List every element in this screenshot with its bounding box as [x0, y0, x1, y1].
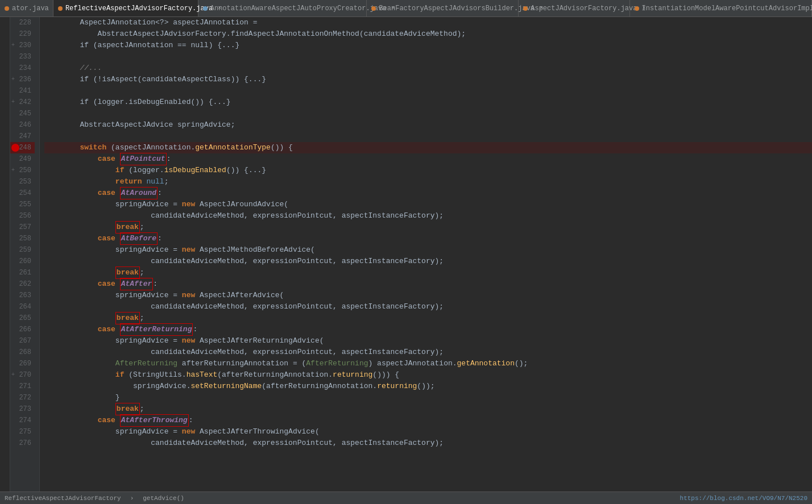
code-line-257: break;: [44, 222, 812, 233]
code-line-236: if (!isAspect(candidateAspectClass)) {..…: [44, 74, 812, 85]
code-text: :: [158, 233, 162, 244]
keyword: case: [98, 153, 115, 165]
tab-label-tab3: AnnotationAwareAspectJAutoProxyCreator.j…: [210, 5, 387, 13]
break-keyword: break: [115, 266, 140, 279]
keyword: case: [98, 324, 115, 335]
tab-tab5[interactable]: AspectJAdvisorFactory.java×: [519, 0, 629, 16]
fold-arrow-270[interactable]: +: [11, 369, 15, 381]
line-number-253: 253: [10, 176, 35, 188]
keyword: new: [182, 335, 195, 347]
code-line-255: springAdvice = new AspectJAroundAdvice(: [44, 199, 812, 210]
status-url: https://blog.csdn.net/VO9/N7/N2520: [680, 495, 807, 502]
line-number-234: 234: [10, 63, 35, 74]
line-number-274: 274: [10, 415, 35, 426]
code-text: (StringUtils.: [124, 369, 186, 381]
code-line-264: candidateAdviceMethod, expressionPointcu…: [44, 301, 812, 313]
line-number-248: 248: [10, 142, 35, 153]
keyword: new: [182, 199, 195, 210]
tab-tab4[interactable]: BeanFactoryAspectJAdvisorsBuilder.java×: [367, 0, 519, 16]
line-number-261: 261: [10, 267, 35, 278]
keyword: case: [98, 233, 115, 244]
line-number-263: 263: [10, 290, 35, 301]
fold-arrow-242[interactable]: +: [11, 97, 15, 108]
break-keyword: break: [115, 312, 140, 324]
code-text: springAdvice.: [133, 381, 190, 392]
line-number-230: +230: [10, 40, 35, 51]
code-text: springAdvice =: [115, 244, 182, 256]
annotation-atafterreturning: AtAfterReturning: [120, 323, 193, 336]
line-number-250: +250: [10, 165, 35, 176]
code-line-272: }: [44, 392, 812, 403]
method-call: hasText: [187, 369, 218, 381]
tab-label-tab5: AspectJAdvisorFactory.java: [531, 5, 637, 13]
code-line-270: if (StringUtils.hasText(afterReturningAn…: [44, 369, 812, 381]
code-text: }: [44, 392, 120, 403]
fold-arrow-230[interactable]: +: [11, 40, 15, 51]
tab-tab3[interactable]: AnnotationAwareAspectJAutoProxyCreator.j…: [198, 0, 367, 16]
code-line-254: case AtAround:: [44, 188, 812, 199]
tab-bar: ator.java×ReflectiveAspectJAdvisorFactor…: [0, 0, 812, 17]
keyword: case: [98, 278, 115, 290]
keyword: case: [98, 415, 115, 426]
tab-dot-tab2: [58, 6, 63, 11]
tab-label-tab1: ator.java: [12, 5, 49, 13]
tab-tab6[interactable]: InstantiationModelAwarePointcutAdvisorIm…: [630, 0, 813, 16]
line-number-236: +236: [10, 74, 35, 85]
tab-label-tab6: InstantiationModelAwarePointcutAdvisorIm…: [642, 5, 813, 13]
line-number-260: 260: [10, 256, 35, 267]
code-text: springAdvice =: [115, 335, 182, 347]
code-line-262: case AtAfter:: [44, 278, 812, 290]
code-text: :: [158, 188, 162, 199]
code-text: [115, 188, 120, 199]
annotation-atbefore: AtBefore: [120, 232, 158, 245]
line-number-254: 254: [10, 188, 35, 199]
line-number-272: 272: [10, 392, 35, 403]
method-call: setReturningName: [190, 381, 262, 392]
code-line-249: case AtPointcut:: [44, 153, 812, 165]
code-text: ;: [140, 313, 144, 324]
break-keyword: break: [115, 221, 140, 234]
annotation-ataround: AtAround: [120, 187, 158, 199]
fold-arrow-250[interactable]: +: [11, 165, 15, 176]
method-call: returning: [333, 369, 372, 381]
code-line-269: AfterReturning afterReturningAnnotation …: [44, 358, 812, 369]
code-text: candidateAdviceMethod, expressionPointcu…: [44, 256, 444, 267]
left-gutter: [0, 17, 10, 491]
code-line-230: if (aspectJAnnotation == null) {...}: [44, 40, 812, 51]
keyword: new: [182, 426, 195, 438]
code-line-250: if (logger.isDebugEnabled()) {...}: [44, 165, 812, 176]
line-number-273: 273: [10, 403, 35, 415]
code-line-247: [44, 131, 812, 142]
line-number-229: 229: [10, 28, 35, 40]
code-line-233: [44, 51, 812, 63]
tab-label-tab2: ReflectiveAspectJAdvisorFactory.java: [65, 5, 213, 13]
break-keyword: break: [115, 403, 140, 415]
status-class: ReflectiveAspectJAdvisorFactory: [5, 495, 121, 502]
tab-dot-tab3: [203, 6, 208, 11]
keyword: new: [182, 290, 195, 301]
keyword: case: [98, 188, 115, 199]
code-line-274: case AtAfterThrowing:: [44, 415, 812, 426]
tab-tab2[interactable]: ReflectiveAspectJAdvisorFactory.java×: [53, 0, 198, 16]
code-text: AbstractAspectJAdvice springAdvice;: [44, 119, 235, 131]
line-number-275: 275: [10, 426, 35, 438]
line-number-271: 271: [10, 381, 35, 392]
code-text: (afterReturningAnnotation.: [217, 369, 333, 381]
code-text: ) aspectJAnnotation.: [368, 358, 457, 369]
line-number-249: 249: [10, 153, 35, 165]
code-text: (aspectJAnnotation.: [106, 142, 195, 153]
code-text: if (aspectJAnnotation == null) {...}: [44, 40, 239, 51]
annotation-atafterthrowing: AtAfterThrowing: [120, 414, 189, 427]
code-text: :: [153, 278, 158, 290]
code-text: [115, 324, 120, 335]
fold-arrow-236[interactable]: +: [11, 74, 15, 85]
tab-tab1[interactable]: ator.java×: [0, 0, 53, 16]
line-number-247: 247: [10, 131, 35, 142]
status-right: https://blog.csdn.net/VO9/N7/N2520: [680, 495, 807, 502]
type-ref: AfterReturning: [115, 358, 177, 369]
line-number-276: 276: [10, 438, 35, 449]
code-text: [115, 415, 120, 426]
code-line-246: AbstractAspectJAdvice springAdvice;: [44, 119, 812, 131]
code-lines: 228229+230233234+236241+2422452462472482…: [10, 17, 812, 491]
code-text: ();: [515, 358, 528, 369]
